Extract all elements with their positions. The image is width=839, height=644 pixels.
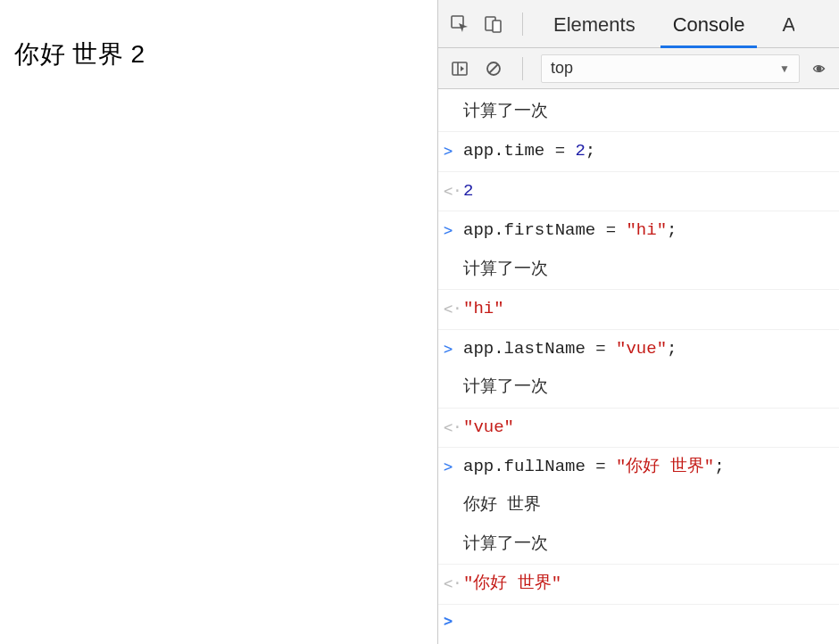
console-input-marker-icon: > bbox=[444, 454, 463, 478]
console-row: >app.fullName = "你好 世界"; bbox=[438, 448, 839, 486]
console-output-marker-icon: <· bbox=[444, 571, 463, 595]
devtools-tab-bar: Elements Console A bbox=[438, 0, 839, 48]
console-message: "你好 世界" bbox=[463, 571, 830, 597]
console-message: 2 bbox=[463, 178, 830, 204]
console-row: 计算了一次 bbox=[438, 93, 839, 132]
console-message: "hi" bbox=[463, 296, 830, 322]
console-log-marker bbox=[444, 532, 463, 556]
console-message: 计算了一次 bbox=[463, 532, 830, 557]
console-message: app.time = 2; bbox=[463, 138, 830, 164]
devtools-panel: Elements Console A top ▼ bbox=[437, 0, 839, 644]
console-input-marker-icon: > bbox=[444, 138, 463, 162]
console-message: 计算了一次 bbox=[463, 257, 830, 283]
console-row: 计算了一次 bbox=[438, 525, 839, 565]
console-filter-bar: top ▼ bbox=[438, 48, 839, 89]
tab-elements[interactable]: Elements bbox=[541, 3, 648, 48]
inspect-element-icon[interactable] bbox=[449, 13, 470, 35]
filter-separator bbox=[522, 57, 523, 80]
console-row: 你好 世界 bbox=[438, 486, 839, 524]
console-row: 计算了一次 bbox=[438, 251, 839, 290]
console-row: >app.time = 2; bbox=[438, 132, 839, 171]
console-row: <·"hi" bbox=[438, 290, 839, 329]
console-log-marker bbox=[444, 492, 463, 516]
chevron-down-icon: ▼ bbox=[779, 62, 790, 75]
console-log-area[interactable]: 计算了一次>app.time = 2;<·2>app.firstName = "… bbox=[438, 89, 839, 644]
tab-more-cut[interactable]: A bbox=[769, 3, 794, 48]
svg-point-7 bbox=[817, 66, 821, 70]
console-log-marker bbox=[444, 375, 463, 399]
console-prompt-icon: > bbox=[444, 611, 463, 630]
page-text: 你好 世界 2 bbox=[14, 40, 145, 68]
svg-line-6 bbox=[489, 64, 498, 73]
console-row: >app.firstName = "hi"; bbox=[438, 211, 839, 250]
console-input-marker-icon: > bbox=[444, 218, 463, 242]
context-selector-value: top bbox=[551, 59, 573, 78]
console-message: "vue" bbox=[463, 415, 830, 441]
console-log-marker bbox=[444, 99, 463, 123]
console-input[interactable] bbox=[463, 611, 830, 631]
context-selector[interactable]: top ▼ bbox=[541, 54, 800, 83]
tab-separator bbox=[522, 12, 523, 36]
console-row: >app.lastName = "vue"; bbox=[438, 330, 839, 368]
device-toolbar-icon[interactable] bbox=[483, 13, 504, 35]
svg-rect-3 bbox=[453, 62, 467, 75]
console-message: app.lastName = "vue"; bbox=[463, 336, 830, 362]
console-row: <·"你好 世界" bbox=[438, 565, 839, 604]
console-output-marker-icon: <· bbox=[444, 415, 463, 439]
console-output-marker-icon: <· bbox=[444, 178, 463, 202]
clear-console-icon[interactable] bbox=[483, 58, 504, 79]
console-message: app.fullName = "你好 世界"; bbox=[463, 454, 830, 480]
console-message: 计算了一次 bbox=[463, 99, 830, 125]
console-sidebar-toggle-icon[interactable] bbox=[449, 58, 470, 79]
console-output-marker-icon: <· bbox=[444, 296, 463, 320]
console-row: <·2 bbox=[438, 172, 839, 211]
console-input-marker-icon: > bbox=[444, 336, 463, 360]
console-message: 计算了一次 bbox=[463, 375, 830, 400]
console-message: 你好 世界 bbox=[463, 492, 830, 518]
tab-console[interactable]: Console bbox=[660, 3, 758, 48]
live-expression-icon[interactable] bbox=[812, 60, 828, 78]
console-message: app.firstName = "hi"; bbox=[463, 218, 830, 244]
page-content-pane: 你好 世界 2 bbox=[0, 0, 437, 644]
svg-rect-2 bbox=[493, 21, 501, 32]
console-log-marker bbox=[444, 257, 463, 281]
console-row: <·"vue" bbox=[438, 409, 839, 448]
console-prompt-row[interactable]: > bbox=[438, 605, 839, 637]
console-row: 计算了一次 bbox=[438, 368, 839, 408]
